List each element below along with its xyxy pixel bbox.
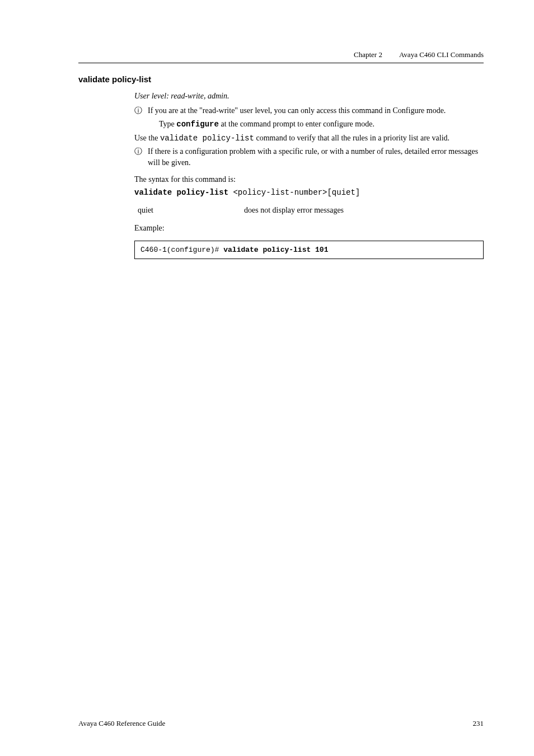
info-text-1: If you are at the "read-write" user leve… [148,105,446,116]
footer-guide: Avaya C460 Reference Guide [78,719,165,728]
usage-text: Use the validate policy-list command to … [134,133,484,144]
page-footer: Avaya C460 Reference Guide 231 [78,719,484,728]
syntax-rest: <policy-list-number>[quiet] [228,188,360,197]
code-bold: validate policy-list 101 [223,246,328,254]
info-icon: ⓘ [134,105,142,116]
usage-cmd: validate policy-list [160,134,254,143]
usage-prefix: Use the [134,134,160,142]
info-item-1: ⓘ If you are at the "read-write" user le… [134,105,484,116]
info-text-2: If there is a configuration problem with… [148,146,484,169]
param-desc: does not display error messages [244,206,484,215]
content-block: User level: read-write, admin. ⓘ If you … [134,92,484,259]
info-sub-prefix: Type [159,120,176,128]
chapter-label: Chapter 2 [354,50,382,59]
info-sub-suffix: at the command prompt to enter configure… [219,120,374,128]
page-header: Chapter 2 Avaya C460 CLI Commands [78,50,484,63]
footer-page: 231 [473,719,484,728]
param-row: quiet does not display error messages [138,206,484,215]
section-title: validate policy-list [78,74,484,84]
code-prefix: C460-1(configure)# [140,246,223,254]
syntax-label: The syntax for this command is: [134,174,484,185]
syntax-line: validate policy-list <policy-list-number… [134,188,484,197]
info-icon: ⓘ [134,146,142,157]
code-box: C460-1(configure)# validate policy-list … [134,241,484,259]
syntax-bold: validate policy-list [134,188,228,197]
user-level: User level: read-write, admin. [134,92,484,101]
usage-suffix: command to verify that all the rules in … [254,134,449,142]
param-name: quiet [138,206,244,215]
info-item-2: ⓘ If there is a configuration problem wi… [134,146,484,169]
info-subline: Type configure at the command prompt to … [159,119,484,130]
configure-cmd: configure [176,120,219,129]
chapter-name: Avaya C460 CLI Commands [399,50,484,59]
example-label: Example: [134,224,484,233]
